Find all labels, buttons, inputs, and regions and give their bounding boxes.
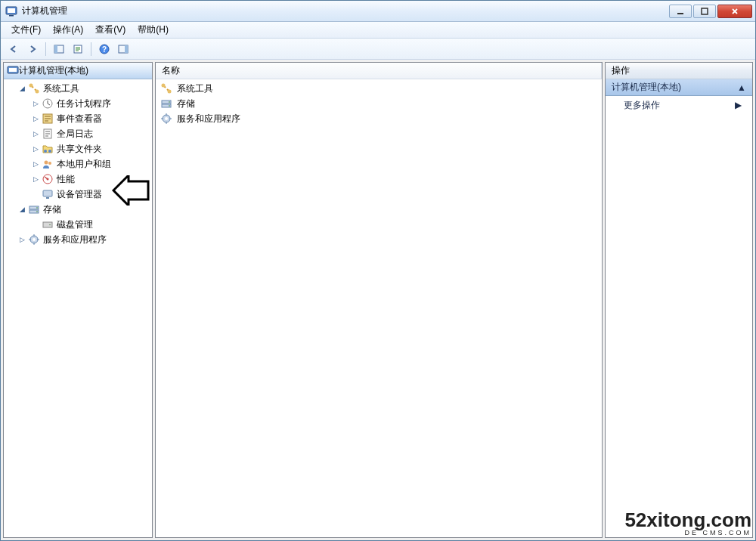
svg-point-35 xyxy=(162,84,166,88)
svg-rect-6 xyxy=(54,45,57,53)
minimize-button[interactable] xyxy=(669,5,692,18)
back-button[interactable] xyxy=(5,41,22,57)
menu-help[interactable]: 帮助(H) xyxy=(132,22,175,38)
svg-point-24 xyxy=(47,178,49,181)
svg-point-19 xyxy=(44,150,47,153)
svg-point-14 xyxy=(29,84,33,88)
tools-icon xyxy=(28,82,40,94)
tree-node-system-tools[interactable]: ◢ 系统工具 xyxy=(4,81,152,96)
node-label: 存储 xyxy=(43,203,61,216)
list-item-services-apps[interactable]: 服务和应用程序 xyxy=(156,111,602,126)
node-label: 全局日志 xyxy=(57,128,93,141)
action-section-title[interactable]: 计算机管理(本地) ▲ xyxy=(606,79,752,96)
expand-icon[interactable]: ▷ xyxy=(31,99,40,108)
svg-point-30 xyxy=(36,211,38,212)
spacer xyxy=(31,190,40,199)
tree-node-task-scheduler[interactable]: ▷ 任务计划程序 xyxy=(4,96,152,111)
expand-icon[interactable]: ▷ xyxy=(31,159,40,168)
forward-button[interactable] xyxy=(24,41,41,57)
svg-point-36 xyxy=(168,90,172,94)
svg-point-39 xyxy=(169,101,170,103)
properties-button[interactable] xyxy=(70,41,86,57)
computer-icon xyxy=(7,65,19,77)
list-item-storage[interactable]: 存储 xyxy=(156,96,602,111)
collapse-arrow-icon: ▲ xyxy=(737,82,746,93)
svg-rect-1 xyxy=(8,8,15,13)
tree-root-label: 计算机管理(本地) xyxy=(19,64,88,77)
menu-action[interactable]: 操作(A) xyxy=(47,22,89,38)
action-more-label: 更多操作 xyxy=(624,99,660,112)
tree-node-global-log[interactable]: ▷ 全局日志 xyxy=(4,126,152,141)
spacer xyxy=(31,220,40,229)
svg-rect-31 xyxy=(43,222,52,227)
svg-rect-4 xyxy=(702,8,708,14)
expand-icon[interactable]: ▷ xyxy=(17,235,26,244)
svg-rect-2 xyxy=(9,15,14,17)
svg-point-40 xyxy=(169,105,170,107)
toolbar: ? xyxy=(1,39,755,60)
collapse-icon[interactable]: ◢ xyxy=(17,205,26,214)
menu-view[interactable]: 查看(V) xyxy=(89,22,132,38)
services-icon xyxy=(160,113,172,125)
watermark: 52xitong.com DE CMS.COM xyxy=(624,510,751,536)
node-label: 服务和应用程序 xyxy=(43,233,107,246)
expand-icon[interactable]: ▷ xyxy=(31,114,40,123)
tools-icon xyxy=(160,82,172,94)
expand-icon[interactable]: ▷ xyxy=(31,144,40,153)
tree-node-device-manager[interactable]: 设备管理器 xyxy=(4,187,152,202)
svg-rect-11 xyxy=(125,45,128,53)
list-item-label: 存储 xyxy=(177,97,195,110)
tree-node-storage[interactable]: ◢ 存储 xyxy=(4,202,152,217)
svg-point-15 xyxy=(36,90,39,94)
log-icon xyxy=(42,128,54,140)
action-more[interactable]: 更多操作 ▶ xyxy=(606,96,752,114)
storage-icon xyxy=(28,203,40,215)
svg-text:?: ? xyxy=(102,45,107,54)
list-item-system-tools[interactable]: 系统工具 xyxy=(156,81,602,96)
close-button[interactable] xyxy=(717,5,752,18)
menubar: 文件(F) 操作(A) 查看(V) 帮助(H) xyxy=(1,22,755,39)
tree-node-shared-folders[interactable]: ▷ 共享文件夹 xyxy=(4,141,152,156)
svg-point-42 xyxy=(165,117,168,120)
window-buttons xyxy=(668,5,752,18)
clock-icon xyxy=(42,97,54,110)
menu-file[interactable]: 文件(F) xyxy=(5,22,47,38)
tree-node-event-viewer[interactable]: ▷ 事件查看器 xyxy=(4,111,152,126)
svg-point-29 xyxy=(36,207,38,209)
node-label: 任务计划程序 xyxy=(57,97,111,110)
toolbar-separator xyxy=(45,42,46,56)
tree-node-performance[interactable]: ▷ 性能 xyxy=(4,172,152,187)
performance-icon xyxy=(42,173,54,185)
action-section-label: 计算机管理(本地) xyxy=(612,81,681,94)
submenu-arrow-icon: ▶ xyxy=(735,100,742,110)
actions-header: 操作 xyxy=(606,63,752,79)
tree-node-local-users[interactable]: ▷ 本地用户和组 xyxy=(4,156,152,172)
show-actions-button[interactable] xyxy=(115,41,132,57)
services-icon xyxy=(28,233,40,246)
node-label: 磁盘管理 xyxy=(57,218,93,231)
tree-root-header[interactable]: 计算机管理(本地) xyxy=(4,63,152,79)
collapse-icon[interactable]: ◢ xyxy=(17,84,26,93)
expand-icon[interactable]: ▷ xyxy=(31,129,40,138)
tree-panel: 计算机管理(本地) ◢ 系统工具 ▷ 任务计划程序 ▷ 事件查看器 xyxy=(3,62,153,538)
node-label: 性能 xyxy=(57,173,75,186)
shared-folder-icon xyxy=(42,143,54,155)
watermark-main: 52xitong.com xyxy=(624,510,751,530)
tree-node-disk-mgmt[interactable]: 磁盘管理 xyxy=(4,217,152,232)
tree-node-services-apps[interactable]: ▷ 服务和应用程序 xyxy=(4,232,152,247)
node-label: 系统工具 xyxy=(43,82,79,95)
svg-rect-3 xyxy=(677,13,683,14)
column-name[interactable]: 名称 xyxy=(156,63,602,79)
actions-panel: 操作 计算机管理(本地) ▲ 更多操作 ▶ xyxy=(605,62,753,538)
tree-body: ◢ 系统工具 ▷ 任务计划程序 ▷ 事件查看器 ▷ 全局日 xyxy=(4,79,152,537)
toolbar-separator xyxy=(91,42,91,56)
actions-header-label: 操作 xyxy=(612,64,630,77)
expand-icon[interactable]: ▷ xyxy=(31,175,40,184)
titlebar[interactable]: 计算机管理 xyxy=(1,1,755,22)
svg-point-20 xyxy=(48,150,51,153)
show-hide-tree-button[interactable] xyxy=(51,41,67,57)
storage-icon xyxy=(160,97,172,110)
maximize-button[interactable] xyxy=(693,5,716,18)
event-icon xyxy=(42,113,54,125)
help-button[interactable]: ? xyxy=(96,41,113,57)
